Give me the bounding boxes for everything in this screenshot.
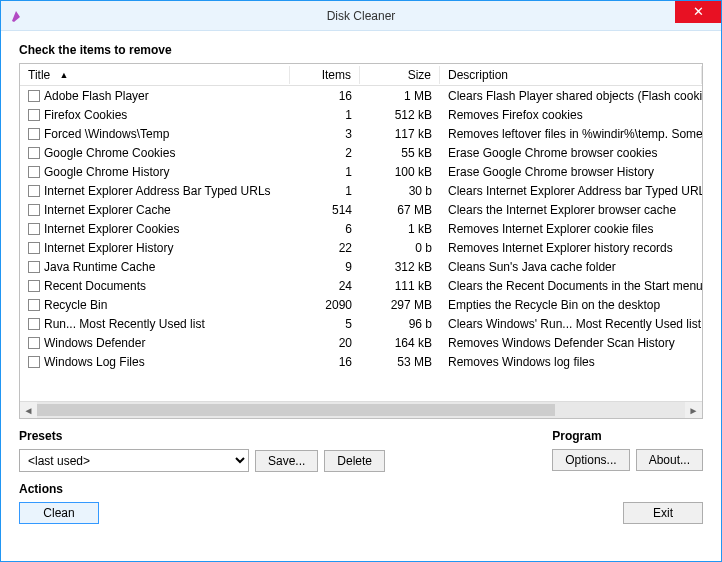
options-button[interactable]: Options... (552, 449, 629, 471)
row-description: Erase Google Chrome browser cookies (440, 146, 702, 160)
row-size: 30 b (360, 184, 440, 198)
row-checkbox[interactable] (28, 356, 40, 368)
table-row[interactable]: Firefox Cookies1512 kBRemoves Firefox co… (20, 105, 702, 124)
row-title: Run... Most Recently Used list (44, 317, 205, 331)
table-row[interactable]: Internet Explorer Address Bar Typed URLs… (20, 181, 702, 200)
row-items: 22 (290, 241, 360, 255)
row-size: 312 kB (360, 260, 440, 274)
table-row[interactable]: Recent Documents24111 kBClears the Recen… (20, 276, 702, 295)
horizontal-scrollbar[interactable]: ◄ ► (20, 401, 702, 418)
row-size: 111 kB (360, 279, 440, 293)
row-items: 5 (290, 317, 360, 331)
row-size: 55 kB (360, 146, 440, 160)
about-button[interactable]: About... (636, 449, 703, 471)
row-title: Recycle Bin (44, 298, 107, 312)
row-checkbox[interactable] (28, 147, 40, 159)
row-checkbox[interactable] (28, 337, 40, 349)
col-header-title-label: Title (28, 68, 50, 82)
scroll-thumb[interactable] (37, 404, 555, 416)
row-checkbox[interactable] (28, 242, 40, 254)
row-title: Recent Documents (44, 279, 146, 293)
table-row[interactable]: Java Runtime Cache9312 kBCleans Sun's Ja… (20, 257, 702, 276)
table-row[interactable]: Internet Explorer Cookies61 kBRemoves In… (20, 219, 702, 238)
presets-label: Presets (19, 429, 385, 443)
row-description: Cleans Sun's Java cache folder (440, 260, 702, 274)
row-checkbox[interactable] (28, 299, 40, 311)
save-button[interactable]: Save... (255, 450, 318, 472)
row-items: 16 (290, 89, 360, 103)
exit-button[interactable]: Exit (623, 502, 703, 524)
row-items: 16 (290, 355, 360, 369)
row-description: Clears Windows' Run... Most Recently Use… (440, 317, 702, 331)
table-row[interactable]: Internet Explorer Cache51467 MBClears th… (20, 200, 702, 219)
row-items: 2 (290, 146, 360, 160)
row-checkbox[interactable] (28, 109, 40, 121)
row-size: 100 kB (360, 165, 440, 179)
table-row[interactable]: Adobe Flash Player161 MBClears Flash Pla… (20, 86, 702, 105)
row-size: 297 MB (360, 298, 440, 312)
items-table: Title ▲ Items Size Description Adobe Fla… (19, 63, 703, 419)
col-header-size[interactable]: Size (360, 66, 440, 84)
row-description: Empties the Recycle Bin on the desktop (440, 298, 702, 312)
row-checkbox[interactable] (28, 185, 40, 197)
close-button[interactable]: ✕ (675, 1, 721, 23)
row-items: 6 (290, 222, 360, 236)
table-row[interactable]: Windows Defender20164 kBRemoves Windows … (20, 333, 702, 352)
table-row[interactable]: Windows Log Files1653 MBRemoves Windows … (20, 352, 702, 371)
table-row[interactable]: Google Chrome Cookies255 kBErase Google … (20, 143, 702, 162)
row-checkbox[interactable] (28, 261, 40, 273)
row-title: Internet Explorer Cookies (44, 222, 179, 236)
row-items: 1 (290, 184, 360, 198)
table-row[interactable]: Run... Most Recently Used list596 bClear… (20, 314, 702, 333)
table-body: Adobe Flash Player161 MBClears Flash Pla… (20, 86, 702, 401)
row-title: Forced \Windows\Temp (44, 127, 169, 141)
row-size: 53 MB (360, 355, 440, 369)
actions-label: Actions (19, 482, 99, 496)
row-title: Internet Explorer Cache (44, 203, 171, 217)
scroll-track[interactable] (37, 402, 685, 418)
row-description: Removes Firefox cookies (440, 108, 702, 122)
table-row[interactable]: Forced \Windows\Temp3117 kBRemoves lefto… (20, 124, 702, 143)
col-header-title[interactable]: Title ▲ (20, 66, 290, 84)
row-size: 0 b (360, 241, 440, 255)
row-checkbox[interactable] (28, 280, 40, 292)
row-checkbox[interactable] (28, 128, 40, 140)
table-row[interactable]: Internet Explorer History220 bRemoves In… (20, 238, 702, 257)
row-items: 24 (290, 279, 360, 293)
window-title: Disk Cleaner (1, 9, 721, 23)
row-title: Internet Explorer History (44, 241, 173, 255)
row-description: Clears Internet Explorer Address bar Typ… (440, 184, 702, 198)
row-checkbox[interactable] (28, 318, 40, 330)
presets-select[interactable]: <last used> (19, 449, 249, 472)
row-checkbox[interactable] (28, 204, 40, 216)
table-row[interactable]: Google Chrome History1100 kBErase Google… (20, 162, 702, 181)
clean-button[interactable]: Clean (19, 502, 99, 524)
row-size: 96 b (360, 317, 440, 331)
row-description: Removes Internet Explorer cookie files (440, 222, 702, 236)
row-size: 67 MB (360, 203, 440, 217)
titlebar: Disk Cleaner ✕ (1, 1, 721, 31)
delete-button[interactable]: Delete (324, 450, 385, 472)
row-items: 20 (290, 336, 360, 350)
sort-asc-icon: ▲ (60, 70, 69, 80)
row-description: Removes leftover files in %windir%\temp.… (440, 127, 702, 141)
scroll-left-icon[interactable]: ◄ (20, 402, 37, 419)
row-items: 1 (290, 165, 360, 179)
col-header-items[interactable]: Items (290, 66, 360, 84)
row-description: Clears the Internet Explorer browser cac… (440, 203, 702, 217)
row-checkbox[interactable] (28, 90, 40, 102)
page-heading: Check the items to remove (19, 43, 703, 57)
row-title: Google Chrome Cookies (44, 146, 175, 160)
close-icon: ✕ (693, 4, 704, 19)
table-row[interactable]: Recycle Bin2090297 MBEmpties the Recycle… (20, 295, 702, 314)
program-label: Program (552, 429, 703, 443)
row-items: 1 (290, 108, 360, 122)
row-checkbox[interactable] (28, 223, 40, 235)
row-size: 1 MB (360, 89, 440, 103)
row-title: Java Runtime Cache (44, 260, 155, 274)
scroll-right-icon[interactable]: ► (685, 402, 702, 419)
row-checkbox[interactable] (28, 166, 40, 178)
row-items: 514 (290, 203, 360, 217)
col-header-description[interactable]: Description (440, 66, 702, 84)
row-description: Removes Windows Defender Scan History (440, 336, 702, 350)
